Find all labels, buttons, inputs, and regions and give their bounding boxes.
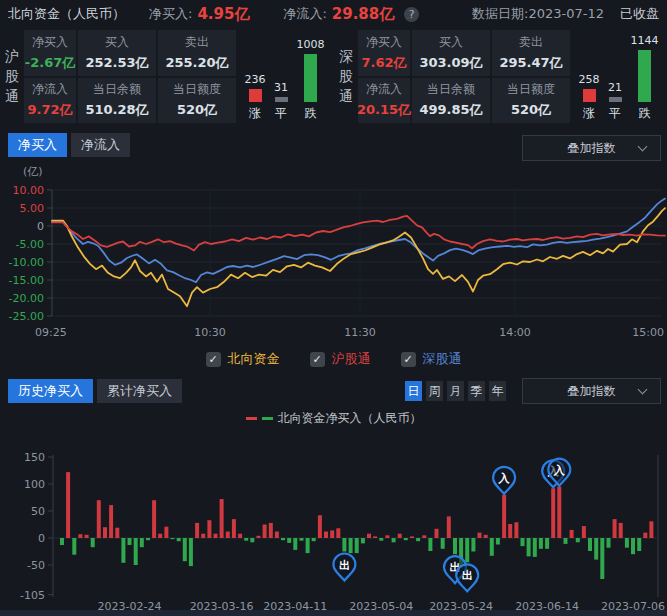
svg-text:2023-04-11: 2023-04-11 xyxy=(263,600,327,613)
stat-cell-value: 255.20亿 xyxy=(165,54,228,72)
bar xyxy=(398,534,402,538)
tab-cumulative-net-buy[interactable]: 累计净买入 xyxy=(97,379,182,403)
bar xyxy=(478,533,482,538)
bar xyxy=(619,523,623,538)
period-week[interactable]: 周 xyxy=(426,381,443,401)
bar xyxy=(539,538,543,549)
net-buy-label: 净买入: xyxy=(149,5,192,23)
updown-count: 1144 xyxy=(631,34,659,47)
bar xyxy=(78,534,82,538)
bar xyxy=(428,538,432,551)
bar xyxy=(435,529,439,538)
stat-cell-value: 7.62亿 xyxy=(361,54,406,72)
stat-cell: 当日余额499.85亿 xyxy=(412,78,490,124)
intraday-tabs: 净买入净流入 xyxy=(8,133,130,157)
bar xyxy=(287,538,291,543)
svg-text:2023-05-24: 2023-05-24 xyxy=(429,600,493,613)
overlay-index-dropdown[interactable]: 叠加指数 xyxy=(522,135,661,161)
stat-cell-label: 卖出 xyxy=(185,34,209,51)
legend-item-north[interactable]: ✓北向资金 xyxy=(206,350,280,368)
legend-item-sh[interactable]: ✓沪股通 xyxy=(310,350,371,368)
updown-up: 258涨 xyxy=(579,32,600,122)
bar xyxy=(392,538,396,542)
intraday-legend: ✓北向资金✓沪股通✓深股通 xyxy=(0,350,667,368)
bar xyxy=(514,522,518,538)
overlay-index-dropdown-2[interactable]: 叠加指数 xyxy=(522,378,661,404)
updown-down: 1144跌 xyxy=(631,32,659,122)
bar xyxy=(607,538,611,548)
svg-text:2023-05-04: 2023-05-04 xyxy=(349,600,413,613)
line-series-sz xyxy=(52,199,665,283)
tab-net-buy[interactable]: 净买入 xyxy=(8,133,67,157)
bar xyxy=(625,538,629,548)
svg-text:-50: -50 xyxy=(27,559,45,572)
checkbox-icon[interactable]: ✓ xyxy=(206,352,221,367)
stat-cell-label: 当日额度 xyxy=(507,81,555,98)
bar xyxy=(447,516,451,538)
bar xyxy=(263,525,267,539)
bar xyxy=(312,538,316,541)
intraday-line-chart[interactable]: (亿)10.005.000-5.00-10.00-15.00-20.00-25.… xyxy=(0,162,667,350)
svg-text:14:00: 14:00 xyxy=(499,326,531,339)
stat-cell-value: 20.15亿 xyxy=(357,101,411,119)
stat-cell: 卖出255.20亿 xyxy=(158,30,236,76)
bar xyxy=(637,538,641,551)
bar xyxy=(97,500,101,538)
svg-text:0: 0 xyxy=(38,532,45,545)
svg-text:5.00: 5.00 xyxy=(20,202,45,215)
updown-mini-chart-shenzhen: 258涨21平1144跌 xyxy=(570,30,667,123)
svg-text:150: 150 xyxy=(24,451,45,464)
help-icon[interactable]: ? xyxy=(404,7,419,22)
svg-text:入: 入 xyxy=(553,464,566,477)
bar xyxy=(330,530,334,538)
period-day[interactable]: 日 xyxy=(405,381,422,401)
bar xyxy=(257,536,261,538)
updown-count: 258 xyxy=(579,73,600,86)
bar xyxy=(490,538,494,556)
svg-text:-105: -105 xyxy=(20,589,45,602)
legend-item-sz[interactable]: ✓深股通 xyxy=(401,350,462,368)
bar xyxy=(275,532,279,539)
svg-text:出: 出 xyxy=(462,569,473,582)
updown-bar xyxy=(304,54,317,102)
svg-text:-20.00: -20.00 xyxy=(9,292,44,305)
tab-history-net-buy[interactable]: 历史净买入 xyxy=(8,379,93,403)
bar xyxy=(85,535,89,538)
stat-cell-value: 303.09亿 xyxy=(419,54,482,72)
updown-bar xyxy=(583,89,596,102)
stat-cell: 净流入9.72亿 xyxy=(24,78,76,124)
stat-cell-label: 买入 xyxy=(105,34,129,51)
bar xyxy=(232,519,236,538)
bar xyxy=(422,535,426,538)
bar xyxy=(306,538,310,553)
svg-text:-10.00: -10.00 xyxy=(9,256,44,269)
bar xyxy=(324,532,328,539)
bar xyxy=(214,534,218,538)
checkbox-icon[interactable]: ✓ xyxy=(310,352,325,367)
period-buttons: 日周月季年 xyxy=(405,381,506,401)
legend-label: 深股通 xyxy=(423,350,462,368)
period-year[interactable]: 年 xyxy=(489,381,506,401)
period-quarter[interactable]: 季 xyxy=(468,381,485,401)
bar xyxy=(484,535,488,538)
bar xyxy=(588,538,592,551)
bar xyxy=(355,538,359,553)
checkbox-icon[interactable]: ✓ xyxy=(401,352,416,367)
stat-cell-label: 当日额度 xyxy=(173,81,221,98)
updown-flat: 21平 xyxy=(608,32,622,122)
stat-cell-label: 净买入 xyxy=(366,34,402,51)
history-bar-chart[interactable]: 150100500-50-1052023-02-242023-03-162023… xyxy=(0,440,667,616)
bar xyxy=(551,488,555,538)
stat-cell: 当日额度520亿 xyxy=(158,78,236,124)
period-month[interactable]: 月 xyxy=(447,381,464,401)
updown-label: 平 xyxy=(275,105,287,122)
tab-net-inflow[interactable]: 净流入 xyxy=(71,133,130,157)
svg-text:-25.00: -25.00 xyxy=(9,310,44,323)
panel-title-shanghai: 沪股通 xyxy=(0,30,24,123)
bar xyxy=(220,499,224,538)
updown-up: 236涨 xyxy=(245,32,266,122)
net-buy-value: 4.95亿 xyxy=(197,5,249,24)
svg-text:50: 50 xyxy=(31,505,45,518)
bar xyxy=(336,528,340,538)
legend-label: 沪股通 xyxy=(332,350,371,368)
